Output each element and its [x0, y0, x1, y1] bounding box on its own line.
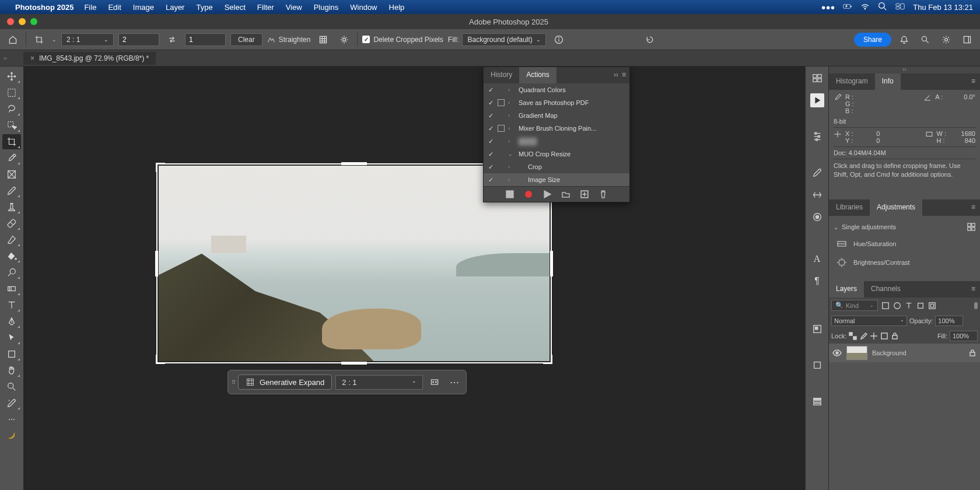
hand-tool[interactable]	[2, 363, 21, 378]
disclosure-icon[interactable]: ›	[508, 177, 517, 183]
marquee-tool[interactable]	[2, 85, 21, 100]
status-icon[interactable]: ●●●	[821, 3, 835, 12]
disclosure-icon[interactable]: ›	[508, 87, 517, 93]
frame-tool[interactable]	[2, 167, 21, 182]
action-row[interactable]: ✓ › Gradient Map	[484, 109, 629, 122]
crop-tool-icon[interactable]	[31, 32, 47, 48]
crop-width-field[interactable]	[118, 33, 159, 46]
action-row[interactable]: ✓ › Quadrant Colors	[484, 83, 629, 96]
clear-button[interactable]: Clear	[230, 33, 262, 46]
action-enabled-check[interactable]: ✓	[484, 99, 498, 107]
battery-icon[interactable]	[843, 2, 852, 13]
action-enabled-check[interactable]: ✓	[484, 150, 498, 158]
paragraph-panel-icon[interactable]: ¶	[810, 274, 824, 288]
disclosure-icon[interactable]: ›	[508, 113, 517, 118]
action-row[interactable]: ✓ › Save as Photoshop PDF	[484, 96, 629, 109]
character-panel-icon[interactable]: A	[810, 252, 824, 266]
info-panel-menu-icon[interactable]: ≡	[967, 74, 980, 90]
crop-tool[interactable]	[2, 134, 21, 149]
history-panel-icon[interactable]	[810, 71, 824, 85]
record-button[interactable]	[524, 190, 533, 198]
filter-toggle[interactable]	[974, 302, 978, 309]
action-dialog-toggle[interactable]	[498, 99, 508, 106]
lasso-tool[interactable]	[2, 102, 21, 117]
menu-view[interactable]: View	[286, 3, 302, 12]
menu-edit[interactable]: Edit	[108, 3, 121, 12]
menu-plugins[interactable]: Plugins	[314, 3, 339, 12]
menu-layer[interactable]: Layer	[166, 3, 185, 12]
actions-panel-icon[interactable]	[810, 93, 824, 107]
new-action-button[interactable]	[580, 190, 589, 198]
actions-tab[interactable]: Actions	[519, 67, 556, 83]
action-enabled-check[interactable]: ✓	[484, 138, 498, 145]
clock[interactable]: Thu Feb 13 13:21	[913, 3, 973, 12]
play-action-button[interactable]	[543, 190, 551, 198]
info-tab[interactable]: Info	[875, 74, 901, 90]
layers-panel-menu-icon[interactable]: ≡	[967, 281, 980, 298]
menu-select[interactable]: Select	[225, 3, 246, 12]
filter-adjust-icon[interactable]	[893, 302, 901, 310]
adjustments-panel-icon[interactable]	[810, 130, 824, 144]
filter-pixel-icon[interactable]	[881, 302, 890, 310]
quick-help-icon[interactable]	[938, 32, 954, 48]
crop-options-button[interactable]	[336, 32, 352, 48]
grid-overlay-button[interactable]	[315, 32, 331, 48]
eyedropper-tool[interactable]	[2, 150, 21, 166]
adjustments-panel-menu-icon[interactable]: ≡	[967, 200, 980, 216]
blend-mode-select[interactable]: Normal⌄	[831, 316, 907, 326]
layers-tab[interactable]: Layers	[829, 281, 864, 298]
workspace-switcher-icon[interactable]	[959, 32, 975, 48]
action-row[interactable]: ✓ › ████	[484, 135, 629, 148]
pen-tool[interactable]	[2, 314, 21, 329]
collapse-toolbar-icon[interactable]: ››	[4, 55, 7, 61]
filter-type-icon[interactable]	[905, 302, 913, 310]
new-set-button[interactable]	[562, 190, 570, 198]
healing-tool[interactable]	[2, 216, 21, 231]
panel-menu-icon[interactable]: ≡	[622, 71, 626, 80]
reset-crop-button[interactable]	[642, 32, 658, 48]
layer-filter-kind[interactable]: 🔍Kind⌄	[831, 300, 878, 311]
actions-panel[interactable]: History Actions ››≡ ✓ › Quadrant Colors✓…	[483, 66, 630, 202]
lock-artboard-icon[interactable]	[880, 332, 888, 340]
action-row[interactable]: ✓ ⌄ MUO Crop Resize	[484, 148, 629, 160]
action-dialog-toggle[interactable]	[498, 125, 508, 132]
action-enabled-check[interactable]: ✓	[484, 86, 498, 94]
search-app-icon[interactable]	[917, 32, 933, 48]
color-panel-icon[interactable]	[810, 358, 824, 372]
control-center-icon[interactable]	[895, 2, 905, 13]
context-ratio-select[interactable]: 2 : 1⌄	[335, 375, 423, 390]
eraser-tool[interactable]	[2, 232, 21, 247]
libraries-tab[interactable]: Libraries	[829, 200, 870, 216]
opacity-field[interactable]: 100%	[935, 316, 963, 326]
disclosure-icon[interactable]: ›	[508, 138, 517, 144]
action-enabled-check[interactable]: ✓	[484, 125, 498, 132]
drag-handle-icon[interactable]: ⠿	[232, 379, 235, 386]
search-icon[interactable]	[878, 2, 887, 13]
action-row[interactable]: ✓ › Mixer Brush Cloning Pain...	[484, 122, 629, 135]
disclosure-icon[interactable]: ›	[508, 125, 517, 131]
menu-file[interactable]: File	[84, 3, 96, 12]
swatches-panel-icon[interactable]	[810, 210, 824, 224]
edit-toolbar-button[interactable]: ⋯	[2, 412, 21, 427]
lock-position-icon[interactable]	[870, 332, 878, 340]
swap-dimensions-button[interactable]	[164, 32, 180, 48]
lock-all-icon[interactable]	[891, 332, 899, 340]
action-enabled-check[interactable]: ✓	[484, 163, 498, 171]
path-select-tool[interactable]	[2, 330, 21, 345]
straighten-button[interactable]: Straighten	[267, 36, 311, 44]
menu-type[interactable]: Type	[196, 3, 212, 12]
wifi-icon[interactable]	[860, 2, 870, 13]
delete-action-button[interactable]	[599, 190, 607, 198]
zoom-window-button[interactable]	[30, 18, 37, 25]
stop-record-button[interactable]	[506, 190, 514, 198]
home-button[interactable]	[5, 32, 21, 48]
menu-window[interactable]: Window	[350, 3, 377, 12]
visibility-icon[interactable]	[832, 349, 842, 357]
zoom-tool[interactable]	[2, 379, 21, 394]
brush-tool[interactable]	[2, 183, 21, 198]
lock-pixels-icon[interactable]	[859, 332, 867, 340]
crop-height-field[interactable]	[185, 33, 226, 46]
layer-fill-field[interactable]: 100%	[950, 331, 978, 341]
gradient-tool[interactable]	[2, 281, 21, 296]
close-tab-icon[interactable]: ×	[30, 54, 34, 62]
